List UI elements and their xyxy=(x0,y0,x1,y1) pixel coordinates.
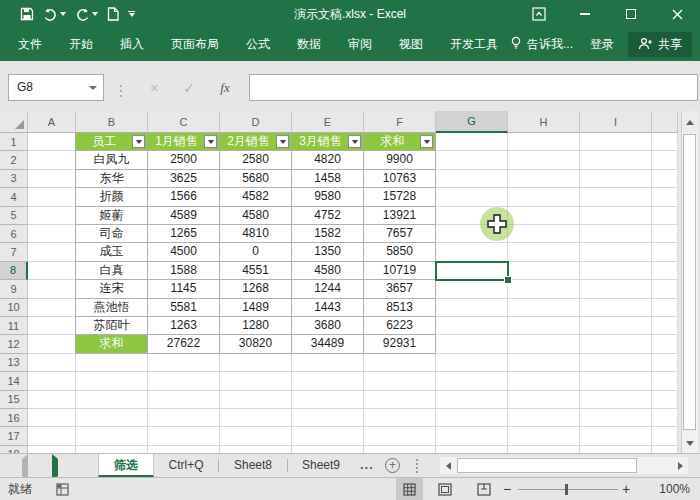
filter-dropdown-icon[interactable] xyxy=(204,135,217,148)
row-header-3[interactable]: 3 xyxy=(0,170,28,188)
column-header-partial[interactable] xyxy=(652,111,678,133)
employee-name-cell[interactable]: 司命 xyxy=(76,225,148,243)
total-value-cell[interactable]: 34489 xyxy=(292,335,364,353)
row-header-9[interactable]: 9 xyxy=(0,280,28,298)
column-header-H[interactable]: H xyxy=(508,111,580,133)
undo-dropdown-icon[interactable] xyxy=(60,12,66,16)
name-box-dropdown-icon[interactable] xyxy=(83,75,103,100)
minimize-icon[interactable] xyxy=(562,0,608,28)
filter-dropdown-icon[interactable] xyxy=(276,135,289,148)
row-header-10[interactable]: 10 xyxy=(0,299,28,317)
value-cell[interactable]: 3657 xyxy=(364,280,436,298)
column-header-B[interactable]: B xyxy=(76,111,148,133)
redo-dropdown-icon[interactable] xyxy=(92,12,98,16)
tab-review[interactable]: 审阅 xyxy=(348,36,372,53)
value-cell[interactable]: 4580 xyxy=(220,207,292,225)
sheet-tab-filter[interactable]: 筛选 xyxy=(98,454,154,477)
employee-name-cell[interactable]: 白真 xyxy=(76,262,148,280)
fill-handle[interactable] xyxy=(504,276,512,284)
employee-name-cell[interactable]: 东华 xyxy=(76,170,148,188)
value-cell[interactable]: 1443 xyxy=(292,299,364,317)
value-cell[interactable]: 4582 xyxy=(220,188,292,206)
select-all-corner[interactable] xyxy=(0,111,28,133)
sheet-tab-sheet8[interactable]: Sheet8 xyxy=(219,454,287,477)
column-header-E[interactable]: E xyxy=(292,111,364,133)
more-sheets-indicator[interactable]: ... xyxy=(360,454,374,477)
value-cell[interactable]: 1582 xyxy=(292,225,364,243)
employee-name-cell[interactable]: 燕池悟 xyxy=(76,299,148,317)
filter-dropdown-icon[interactable] xyxy=(132,135,145,148)
value-cell[interactable]: 6223 xyxy=(364,317,436,335)
filter-dropdown-icon[interactable] xyxy=(348,135,361,148)
tab-home[interactable]: 开始 xyxy=(69,36,93,53)
row-header-18[interactable]: 18 xyxy=(0,446,28,453)
redo-button[interactable] xyxy=(75,8,98,21)
value-cell[interactable]: 4752 xyxy=(292,207,364,225)
value-cell[interactable]: 1145 xyxy=(148,280,220,298)
total-value-cell[interactable]: 27622 xyxy=(148,335,220,353)
value-cell[interactable]: 9900 xyxy=(364,151,436,169)
tab-insert[interactable]: 插入 xyxy=(120,36,144,53)
row-header-4[interactable]: 4 xyxy=(0,188,28,206)
ribbon-display-options-icon[interactable] xyxy=(516,0,562,28)
row-header-2[interactable]: 2 xyxy=(0,151,28,169)
undo-button[interactable] xyxy=(43,8,66,21)
scroll-down-icon[interactable] xyxy=(682,432,698,454)
table-header-B1[interactable]: 员工 xyxy=(76,133,148,151)
value-cell[interactable]: 4551 xyxy=(220,262,292,280)
confirm-entry-icon[interactable]: ✓ xyxy=(176,74,202,101)
value-cell[interactable]: 10719 xyxy=(364,262,436,280)
employee-name-cell[interactable]: 白凤九 xyxy=(76,151,148,169)
value-cell[interactable]: 1350 xyxy=(292,243,364,261)
employee-name-cell[interactable]: 连宋 xyxy=(76,280,148,298)
horizontal-scrollbar[interactable] xyxy=(440,457,688,474)
value-cell[interactable]: 1566 xyxy=(148,188,220,206)
table-header-C1[interactable]: 1月销售 xyxy=(148,133,220,151)
tab-developer[interactable]: 开发工具 xyxy=(450,36,498,53)
row-header-6[interactable]: 6 xyxy=(0,225,28,243)
new-sheet-button[interactable]: + xyxy=(385,458,400,473)
value-cell[interactable]: 0 xyxy=(220,243,292,261)
sheet-tab-ctrlq[interactable]: Ctrl+Q xyxy=(154,454,218,477)
row-header-1[interactable]: 1 xyxy=(0,133,28,151)
value-cell[interactable]: 1265 xyxy=(148,225,220,243)
normal-view-icon[interactable] xyxy=(396,478,423,500)
vertical-scroll-thumb[interactable] xyxy=(683,134,696,430)
close-icon[interactable] xyxy=(654,0,700,28)
value-cell[interactable]: 3680 xyxy=(292,317,364,335)
table-header-F1[interactable]: 求和 xyxy=(364,133,436,151)
column-header-I[interactable]: I xyxy=(580,111,652,133)
customize-quick-access-icon[interactable] xyxy=(128,11,135,18)
zoom-out-icon[interactable]: − xyxy=(503,478,511,500)
row-header-13[interactable]: 13 xyxy=(0,354,28,372)
cancel-entry-icon[interactable]: × xyxy=(141,74,167,101)
total-value-cell[interactable]: 92931 xyxy=(364,335,436,353)
column-header-D[interactable]: D xyxy=(220,111,292,133)
value-cell[interactable]: 4589 xyxy=(148,207,220,225)
value-cell[interactable]: 2500 xyxy=(148,151,220,169)
value-cell[interactable]: 5680 xyxy=(220,170,292,188)
total-label-cell[interactable]: 求和 xyxy=(76,335,148,353)
value-cell[interactable]: 4500 xyxy=(148,243,220,261)
tab-view[interactable]: 视图 xyxy=(399,36,423,53)
selected-cell-outline[interactable] xyxy=(435,261,509,281)
value-cell[interactable]: 5850 xyxy=(364,243,436,261)
column-header-G[interactable]: G xyxy=(436,111,508,133)
tab-page-layout[interactable]: 页面布局 xyxy=(171,36,219,53)
row-header-5[interactable]: 5 xyxy=(0,207,28,225)
zoom-slider-thumb[interactable] xyxy=(565,484,568,495)
previous-sheet-icon[interactable] xyxy=(22,459,28,477)
zoom-level[interactable]: 100% xyxy=(645,478,690,500)
share-button[interactable]: 共享 xyxy=(628,32,692,57)
value-cell[interactable]: 1489 xyxy=(220,299,292,317)
filter-dropdown-icon[interactable] xyxy=(420,135,433,148)
macro-record-icon[interactable] xyxy=(52,478,72,500)
value-cell[interactable]: 1458 xyxy=(292,170,364,188)
scroll-up-icon[interactable] xyxy=(682,111,698,133)
table-header-E1[interactable]: 3月销售 xyxy=(292,133,364,151)
employee-name-cell[interactable]: 苏陌叶 xyxy=(76,317,148,335)
value-cell[interactable]: 4810 xyxy=(220,225,292,243)
sign-in-button[interactable]: 登录 xyxy=(590,36,614,53)
employee-name-cell[interactable]: 成玉 xyxy=(76,243,148,261)
page-break-preview-icon[interactable] xyxy=(471,478,497,500)
